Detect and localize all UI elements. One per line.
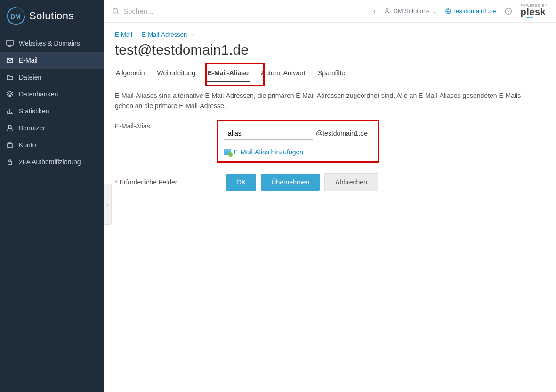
topbar: ‹ DM Solutions ⌄ testdomain1.de ? POWERE… xyxy=(104,0,556,23)
alias-form-highlight: @testdomain1.de E-Mail-Alias hinzufügen xyxy=(217,120,379,163)
sidebar: DM Solutions Websites & Domains E-Mail D… xyxy=(0,0,104,392)
help-icon: ? xyxy=(505,8,512,15)
ok-button[interactable]: OK xyxy=(226,174,256,191)
required-fields-note: *Erforderliche Felder xyxy=(115,178,177,186)
alias-input[interactable] xyxy=(224,127,313,140)
form-footer: *Erforderliche Felder OK Übernehmen Abbr… xyxy=(115,173,545,191)
svg-point-1 xyxy=(8,125,11,128)
main-content: E-Mail › E-Mail-Adressen › test@testdoma… xyxy=(104,23,556,392)
chevron-left-icon: ‹ xyxy=(373,8,375,15)
sidebar-item-label: 2FA Authentifizierung xyxy=(19,158,81,166)
plesk-underline xyxy=(526,17,533,18)
apply-button[interactable]: Übernehmen xyxy=(261,174,320,191)
alias-label: E-Mail-Alias xyxy=(115,120,217,130)
breadcrumb-addresses[interactable]: E-Mail-Adressen xyxy=(142,31,187,38)
monitor-icon xyxy=(6,39,14,48)
sidebar-item-databases[interactable]: Datenbanken xyxy=(0,86,104,103)
sidebar-item-label: Websites & Domains xyxy=(19,40,80,47)
account-name: DM Solutions xyxy=(393,8,429,15)
alias-form-row: E-Mail-Alias @testdomain1.de E-Mail-Alia… xyxy=(115,120,545,163)
tab-autoresponder[interactable]: Autom. Antwort xyxy=(260,66,306,82)
sidebar-item-account[interactable]: Konto xyxy=(0,136,104,153)
svg-point-5 xyxy=(386,8,388,11)
user-icon xyxy=(384,8,390,15)
svg-rect-3 xyxy=(8,161,12,165)
plesk-logo-text: plesk xyxy=(521,7,546,16)
svg-rect-2 xyxy=(7,144,13,147)
tab-general[interactable]: Allgemein xyxy=(115,66,145,82)
logo-icon: DM xyxy=(6,6,26,26)
add-alias-link[interactable]: E-Mail-Alias hinzufügen xyxy=(224,148,372,156)
svg-rect-0 xyxy=(7,40,13,45)
globe-icon xyxy=(445,8,451,15)
sidebar-item-statistics[interactable]: Statistiken xyxy=(0,103,104,120)
description-text: E-Mail-Aliases sind alternative E-Mail-A… xyxy=(115,91,539,111)
chart-icon xyxy=(6,107,14,115)
envelope-icon xyxy=(6,56,14,64)
tabs: Allgemein Weiterleitung E-Mail-Aliase Au… xyxy=(115,66,545,82)
sidebar-item-files[interactable]: Dateien xyxy=(0,69,104,86)
topbar-back[interactable]: ‹ xyxy=(373,8,375,15)
chevron-down-icon: ⌄ xyxy=(433,9,436,14)
brand-logo: DM Solutions xyxy=(0,0,104,35)
chevron-right-icon: › xyxy=(136,31,138,38)
logo-text: Solutions xyxy=(29,10,74,22)
topbar-right: ‹ DM Solutions ⌄ testdomain1.de ? POWERE… xyxy=(373,4,548,18)
topbar-account[interactable]: DM Solutions ⌄ xyxy=(384,8,436,15)
search-wrap xyxy=(112,7,369,15)
briefcase-icon xyxy=(6,141,14,149)
breadcrumb: E-Mail › E-Mail-Adressen › xyxy=(115,31,545,38)
sidebar-item-label: Konto xyxy=(19,141,36,149)
sidebar-item-label: E-Mail xyxy=(19,56,38,64)
topbar-domain-link[interactable]: testdomain1.de xyxy=(445,8,496,15)
sidebar-item-email[interactable]: E-Mail xyxy=(0,52,104,69)
chevron-right-icon: › xyxy=(191,31,193,38)
page-title: test@testdomain1.de xyxy=(115,42,545,58)
sidebar-item-label: Benutzer xyxy=(19,124,45,132)
alias-domain-suffix: @testdomain1.de xyxy=(316,129,368,137)
user-icon xyxy=(6,124,14,132)
search-input[interactable] xyxy=(123,7,274,15)
svg-text:?: ? xyxy=(507,9,509,14)
sidebar-item-2fa[interactable]: 2FA Authentifizierung xyxy=(0,153,104,170)
sidebar-item-websites[interactable]: Websites & Domains xyxy=(0,35,104,52)
sidebar-item-label: Dateien xyxy=(19,73,41,81)
logo-prefix: DM xyxy=(10,13,21,20)
sidebar-nav: Websites & Domains E-Mail Dateien Datenb… xyxy=(0,35,104,170)
search-icon xyxy=(112,8,120,15)
cancel-button[interactable]: Abbrechen xyxy=(324,173,378,191)
layers-icon xyxy=(6,90,14,98)
alias-input-line: @testdomain1.de xyxy=(224,127,372,140)
svg-point-4 xyxy=(113,8,118,13)
tab-aliases[interactable]: E-Mail-Aliase xyxy=(207,66,250,82)
add-alias-label: E-Mail-Alias hinzufügen xyxy=(234,148,303,156)
sidebar-item-label: Statistiken xyxy=(19,107,49,115)
breadcrumb-email[interactable]: E-Mail xyxy=(115,31,132,38)
button-row: OK Übernehmen Abbrechen xyxy=(226,173,378,191)
add-alias-icon xyxy=(224,149,231,155)
sidebar-item-users[interactable]: Benutzer xyxy=(0,120,104,136)
required-asterisk: * xyxy=(115,178,117,186)
tab-spamfilter[interactable]: Spamfilter xyxy=(317,66,348,82)
lock-icon xyxy=(6,158,14,166)
topbar-help[interactable]: ? xyxy=(505,8,512,15)
folder-icon xyxy=(6,73,14,81)
sidebar-item-label: Datenbanken xyxy=(19,90,58,98)
tab-forwarding[interactable]: Weiterleitung xyxy=(156,66,196,82)
domain-name: testdomain1.de xyxy=(454,8,496,15)
plesk-brand: POWERED BY plesk xyxy=(521,4,548,18)
